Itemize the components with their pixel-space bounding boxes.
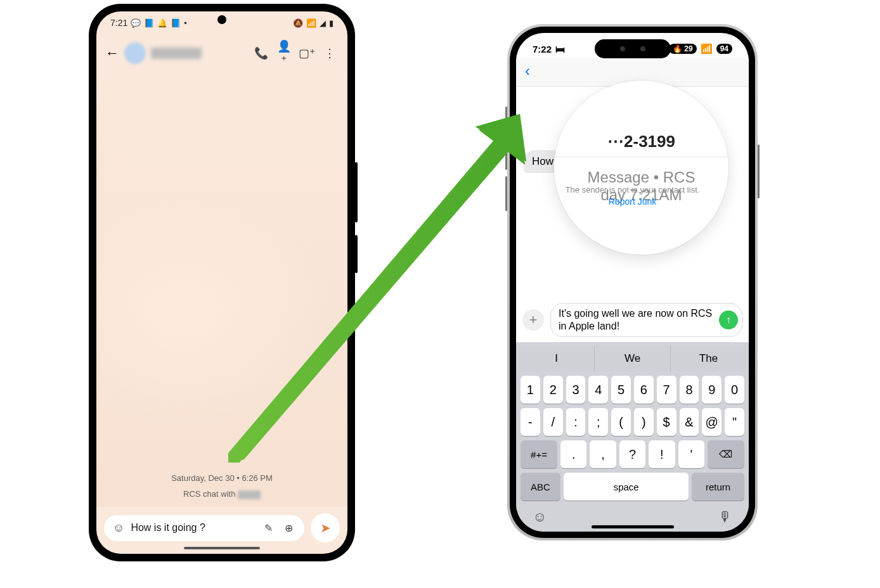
status-dot-icon: • (184, 18, 187, 28)
contact-avatar[interactable] (124, 42, 146, 64)
rcs-chat-label: RCS chat with (183, 489, 238, 499)
android-compose-pill[interactable]: ☺ How is it going ? ✎ ⊕ (104, 515, 304, 541)
call-icon[interactable]: 📞 (252, 46, 270, 60)
android-phone-frame: 7:21 💬 📘 🔔 📘 • 🔕 📶 ◢ ▮ ← 📞 👤⁺ ▢⁺ ⋮ (89, 4, 355, 561)
keyboard-suggestions: I We The (519, 346, 746, 371)
key-dash[interactable]: - (521, 408, 540, 436)
status-fb2-icon: 📘 (171, 18, 181, 28)
add-person-icon[interactable]: 👤⁺ (275, 39, 293, 67)
wifi-icon: 📶 (306, 18, 316, 28)
live-activity-right: 🔥 29 (669, 44, 696, 54)
status-chat-icon: 💬 (131, 18, 141, 28)
key-period[interactable]: . (560, 440, 586, 468)
iphone-compose-input[interactable]: It's going well we are now on RCS in App… (559, 307, 719, 333)
attach-plus-icon[interactable]: ⊕ (281, 522, 295, 534)
key-rparen[interactable]: ) (634, 408, 654, 436)
iphone-clock: 7:22 (533, 44, 552, 54)
key-1[interactable]: 1 (521, 376, 540, 404)
android-clock: 7:21 (110, 18, 127, 28)
key-4[interactable]: 4 (588, 376, 608, 404)
key-5[interactable]: 5 (611, 376, 631, 404)
mute-icon: 🔕 (293, 18, 303, 28)
key-symbols[interactable]: #+= (521, 440, 557, 468)
send-button[interactable]: ➤ (311, 513, 340, 542)
key-quote[interactable]: " (725, 408, 744, 436)
key-7[interactable]: 7 (657, 376, 676, 404)
dynamic-island (595, 39, 671, 58)
iphone-volume-down (505, 176, 507, 211)
chat-datestamp: Saturday, Dec 30 • 6:26 PM (96, 473, 347, 483)
iphone-silence-switch (505, 106, 507, 125)
iphone-back-icon[interactable]: ‹ (525, 62, 530, 80)
key-3[interactable]: 3 (566, 376, 586, 404)
key-semicolon[interactable]: ; (588, 408, 608, 436)
key-return[interactable]: return (692, 473, 744, 501)
back-icon[interactable]: ← (105, 45, 119, 61)
android-statusbar: 7:21 💬 📘 🔔 📘 • 🔕 📶 ◢ ▮ (96, 11, 347, 30)
key-dollar[interactable]: $ (657, 408, 676, 436)
signal-icon: ◢ (320, 18, 326, 28)
magnified-rcs-label: Message • RCS (588, 169, 696, 186)
android-screen: 7:21 💬 📘 🔔 📘 • 🔕 📶 ◢ ▮ ← 📞 👤⁺ ▢⁺ ⋮ (96, 11, 347, 554)
android-power-button (355, 235, 358, 273)
key-0[interactable]: 0 (725, 376, 744, 404)
emoji-icon[interactable]: ☺ (113, 521, 124, 535)
iphone-compose-bar: + It's going well we are now on RCS in A… (516, 298, 749, 342)
key-colon[interactable]: : (566, 408, 586, 436)
compose-plus-icon[interactable]: + (522, 309, 544, 331)
report-junk-link[interactable]: Report Junk (516, 196, 749, 207)
battery-icon: ▮ (329, 18, 333, 28)
suggestion-3[interactable]: The (671, 346, 746, 371)
iphone-compose-pill[interactable]: It's going well we are now on RCS in App… (550, 303, 742, 337)
live-activity-value: 29 (684, 44, 692, 53)
suggestion-2[interactable]: We (595, 346, 671, 371)
iphone-chat-body: ⋯2-3199 Message • RCS day 7:21AM How is … (516, 87, 749, 298)
iphone-send-button[interactable]: ↑ (719, 310, 738, 329)
iphone-power-button (758, 144, 760, 198)
android-volume-button (355, 162, 358, 222)
not-in-contacts-text: The sender is not in your contact list. (516, 185, 749, 195)
key-lparen[interactable]: ( (611, 408, 631, 436)
suggestion-1[interactable]: I (519, 346, 595, 371)
key-slash[interactable]: / (543, 408, 563, 436)
android-chat-body: Saturday, Dec 30 • 6:26 PM RCS chat with (96, 72, 347, 507)
key-at[interactable]: @ (702, 408, 721, 436)
key-exclaim[interactable]: ! (649, 440, 675, 468)
key-backspace[interactable]: ⌫ (708, 440, 744, 468)
flame-icon: 🔥 (673, 44, 682, 53)
key-2[interactable]: 2 (543, 376, 563, 404)
magnifier-overlay: ⋯2-3199 Message • RCS day 7:21AM (554, 80, 728, 255)
key-amp[interactable]: & (680, 408, 699, 436)
iphone-wifi-icon: 📶 (701, 43, 713, 54)
key-9[interactable]: 9 (702, 376, 721, 404)
magnified-phone-number: ⋯2-3199 (607, 132, 675, 151)
iphone-home-indicator[interactable] (592, 525, 674, 528)
key-apostrophe[interactable]: ' (678, 440, 704, 468)
key-question[interactable]: ? (619, 440, 645, 468)
contact-name-blurred[interactable] (151, 48, 202, 59)
key-8[interactable]: 8 (680, 376, 699, 404)
iphone-keyboard: I We The 1 2 3 4 5 6 7 8 9 0 - / : ; (516, 342, 749, 532)
video-call-icon[interactable]: ▢⁺ (298, 46, 316, 60)
status-bell-icon: 🔔 (157, 18, 167, 28)
iphone-volume-up (505, 135, 507, 170)
android-compose-input[interactable]: How is it going ? (131, 522, 255, 534)
key-6[interactable]: 6 (634, 376, 654, 404)
magic-pen-icon[interactable]: ✎ (261, 522, 275, 534)
not-in-contacts-notice: The sender is not in your contact list. … (516, 185, 749, 207)
more-icon[interactable]: ⋮ (321, 46, 339, 60)
android-appbar: ← 📞 👤⁺ ▢⁺ ⋮ (96, 30, 347, 72)
key-comma[interactable]: , (590, 440, 616, 468)
android-chat-meta: Saturday, Dec 30 • 6:26 PM RCS chat with (96, 473, 347, 499)
android-nav-bar[interactable] (184, 547, 260, 549)
bed-icon: 🛏 (555, 44, 565, 54)
iphone-frame: 7:22 🛏 ☕ 🔥 29 📶 94 ‹ ⋯2-3199 ⋯2-3199 Mes (507, 24, 758, 540)
rcs-chat-name-blurred (238, 490, 261, 499)
battery-badge: 94 (716, 44, 732, 54)
iphone-screen: 7:22 🛏 ☕ 🔥 29 📶 94 ‹ ⋯2-3199 ⋯2-3199 Mes (516, 33, 749, 532)
status-fb-icon: 📘 (144, 18, 154, 28)
key-space[interactable]: space (564, 473, 689, 501)
key-abc[interactable]: ABC (521, 473, 560, 501)
emoji-keyboard-icon[interactable]: ☺ (533, 509, 547, 525)
dictation-icon[interactable]: 🎙 (718, 509, 732, 525)
